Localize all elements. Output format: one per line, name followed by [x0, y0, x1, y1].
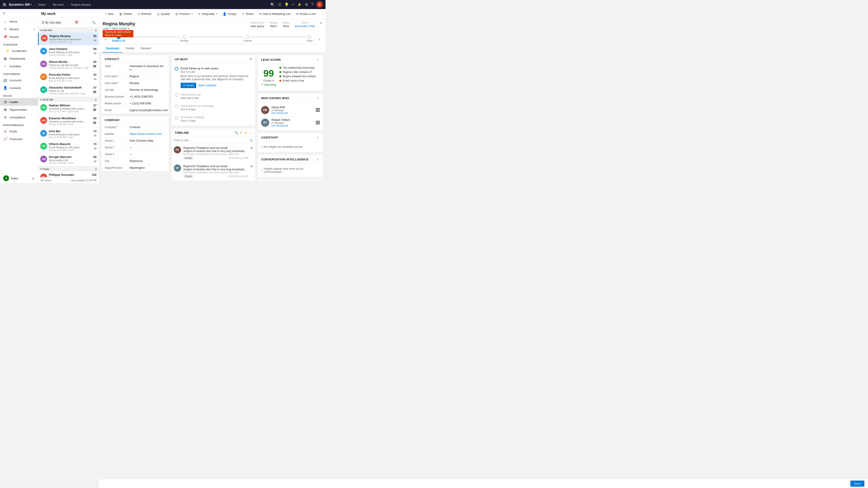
- sidebar-item-contacts[interactable]: 👤 Contacts: [0, 84, 38, 92]
- work-item-av-action-icon[interactable]: ☎: [93, 90, 96, 94]
- work-item-em-action-icon[interactable]: ☎: [93, 121, 96, 125]
- breadcrumb-mywork[interactable]: My work: [53, 3, 64, 6]
- mark-complete-button[interactable]: Mark complete: [198, 84, 216, 87]
- work-item-ib[interactable]: IB Inna Bar Email followup to web query …: [38, 128, 99, 140]
- wkw-person-2-bars[interactable]: [316, 121, 320, 124]
- wkw-person-1-bars[interactable]: [316, 108, 320, 111]
- filter-icon[interactable]: ⚡: [297, 2, 302, 7]
- email-link-button[interactable]: ✉ Email a Link: [293, 9, 318, 19]
- qualify-button[interactable]: ◎ Qualify: [155, 9, 172, 19]
- sidebar-item-dashboards[interactable]: ▦ Dashboards: [0, 55, 38, 62]
- new-button[interactable]: + New: [103, 9, 116, 19]
- brand-chevron-icon[interactable]: ▾: [31, 3, 32, 6]
- work-item-vb-action-icon[interactable]: ✉: [94, 147, 96, 150]
- add-icon[interactable]: +: [292, 2, 294, 6]
- lead-score-info-icon[interactable]: ℹ: [315, 57, 320, 62]
- tab-details[interactable]: Details: [122, 44, 138, 53]
- who-knows-who-info-icon[interactable]: ℹ: [315, 96, 320, 100]
- process-nav-left-btn[interactable]: ‹: [103, 37, 107, 44]
- process-button[interactable]: ⊞ Process: [173, 9, 195, 19]
- search-list-icon-btn[interactable]: 🔍: [91, 20, 96, 26]
- tab-related[interactable]: Related: [138, 44, 154, 53]
- delete-button[interactable]: 🗑 Delete: [117, 9, 134, 19]
- field-website-value[interactable]: https://www.contoso.com: [129, 132, 166, 135]
- work-item-pf[interactable]: PF Prescilla Fisher Email followup to we…: [38, 71, 99, 84]
- field-firstname-value[interactable]: Regina: [129, 74, 166, 78]
- field-company-value[interactable]: Contoso: [129, 125, 166, 129]
- field-street1-value[interactable]: One Contoso Way: [129, 139, 166, 142]
- field-topic-value[interactable]: Interested in insurance for h...: [129, 64, 166, 71]
- sidebar-toggle[interactable]: ≡: [0, 9, 38, 18]
- field-businessphone-value[interactable]: +1 (425) 5380783: [129, 95, 166, 98]
- work-item-jh[interactable]: JH Jane Howard Email followup to web que…: [38, 45, 99, 58]
- waffle-icon[interactable]: ⊞: [3, 2, 6, 7]
- timeline-more-icon[interactable]: ···: [249, 131, 252, 134]
- timeline-add-icon[interactable]: +: [240, 131, 242, 135]
- stage-close[interactable]: Close: [307, 35, 313, 42]
- work-item-pf-action-icon[interactable]: ✉: [94, 77, 96, 81]
- field-lastname-value[interactable]: Murphy: [129, 81, 166, 85]
- subtitle-chevron-icon[interactable]: ▾: [128, 27, 129, 30]
- up-next-radio-1[interactable]: [175, 67, 178, 71]
- work-item-pg[interactable]: PG Philippe Gonzales Email followup to w…: [38, 171, 99, 177]
- add-marketing-button[interactable]: ✉ Add to Marketing List: [257, 9, 293, 19]
- filter-button[interactable]: ☰ By: Due date: [40, 20, 62, 25]
- sidebar-item-goals[interactable]: ◎ Goals: [0, 127, 38, 135]
- sidebar-item-competitors[interactable]: ⊕ Competitors: [0, 113, 38, 121]
- work-item-nw[interactable]: NW Nathan Willson Schedule a meeting wit…: [38, 102, 99, 115]
- up-next-refresh-icon[interactable]: ↺: [249, 57, 252, 61]
- sidebar-item-activities[interactable]: ✓ Activities: [0, 62, 38, 70]
- work-item-em[interactable]: EM Eduardo Moedlliani Schedule a meeting…: [38, 115, 99, 128]
- sidebar-user-expand-icon[interactable]: ▲: [32, 177, 35, 180]
- timeline-search-icon[interactable]: 🔍: [234, 131, 238, 134]
- sidebar-item-home[interactable]: ⌂ Home: [0, 18, 38, 25]
- field-state-value[interactable]: Washington: [129, 166, 166, 169]
- work-item-gm-action-icon[interactable]: ✉: [94, 160, 96, 163]
- field-city-value[interactable]: Redmond: [129, 159, 166, 163]
- sidebar-item-leads[interactable]: ◎ Leads: [0, 98, 38, 106]
- work-item-sm[interactable]: SM Shoue Morita Follow-up call with his …: [38, 58, 99, 71]
- work-item-rm-action-icon[interactable]: ✉: [94, 39, 96, 42]
- sidebar-item-pinned[interactable]: 📌 Pinned: [0, 33, 38, 41]
- work-item-vb[interactable]: VB Vittorio Bianchi Email followup to we…: [38, 140, 99, 153]
- work-item-sm-action-icon[interactable]: ☎: [93, 64, 96, 68]
- field-mobilephone-value[interactable]: + (123) 4567890: [129, 102, 166, 105]
- owner-value[interactable]: Berenden Thiel: [295, 24, 315, 28]
- assistant-info-icon[interactable]: ℹ: [315, 135, 320, 140]
- up-next-radio-3[interactable]: [175, 105, 178, 108]
- tasks-icon[interactable]: ☑: [278, 2, 281, 7]
- email-button[interactable]: ✉ Email: [181, 83, 196, 88]
- stage-develop[interactable]: Develop: [180, 35, 188, 42]
- field-street2-value[interactable]: ---: [129, 146, 166, 149]
- module-label[interactable]: Sales: [38, 3, 46, 6]
- timeline-filter-icon[interactable]: ⚡: [244, 131, 248, 134]
- timeline-attach-icon[interactable]: 📎: [249, 138, 253, 142]
- process-nav-right-btn[interactable]: ›: [317, 37, 322, 44]
- refresh-button[interactable]: ↺ Refresh: [135, 9, 154, 19]
- work-item-gm[interactable]: GM Girogio Marconi Send product info Due…: [38, 153, 99, 166]
- field-email-value[interactable]: regina.murphy@contoso.com: [129, 108, 168, 112]
- conv-intelligence-info-icon[interactable]: ℹ: [315, 157, 320, 162]
- stage-propose[interactable]: Propose: [243, 35, 252, 42]
- help-icon[interactable]: 💡: [284, 2, 289, 7]
- work-item-jh-action-icon[interactable]: ✉: [94, 52, 96, 55]
- tab-summary[interactable]: Summary: [103, 44, 122, 53]
- work-item-av[interactable]: AV Alexandra Vareshnikoff Follow up call…: [38, 84, 99, 97]
- sidebar-item-accounts[interactable]: 🏢 Accounts: [0, 76, 38, 84]
- timeline-note-input[interactable]: [174, 139, 248, 142]
- work-item-rm[interactable]: RM Regina Murphy Email follow-up to web …: [38, 33, 99, 45]
- more-button[interactable]: ···: [319, 9, 326, 19]
- sidebar-item-opportunities[interactable]: ◉ Opportunities: [0, 106, 38, 113]
- record-meta-expand[interactable]: ▾: [320, 21, 322, 25]
- up-next-radio-4[interactable]: [175, 116, 178, 120]
- up-next-item-1-more-icon[interactable]: ···: [250, 67, 252, 70]
- sidebar-item-recent[interactable]: ↺ Recent ▾: [0, 25, 38, 33]
- sidebar-item-forecasts[interactable]: 📈 Forecasts: [0, 135, 38, 143]
- settings-icon[interactable]: ⚙: [305, 2, 308, 7]
- field-jobtitle-value[interactable]: Director of technology: [129, 88, 166, 92]
- sidebar-user-avatar[interactable]: S: [3, 175, 9, 181]
- work-item-ib-action-icon[interactable]: ✉: [94, 134, 96, 137]
- field-street3-value[interactable]: ---: [129, 153, 166, 156]
- search-icon[interactable]: 🔍: [270, 2, 275, 7]
- wkw-person-2-link[interactable]: Get introduced: [272, 124, 313, 127]
